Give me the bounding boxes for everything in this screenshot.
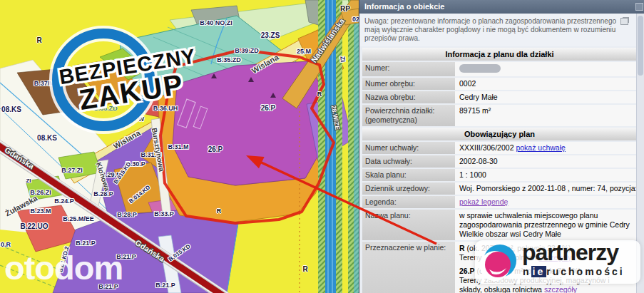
show-resolution-link[interactable]: pokaż uchwałę (516, 143, 565, 152)
panel-header: Informacja o obiekcie (359, 0, 644, 14)
row-label: Numer: (362, 62, 455, 76)
row-label: Numer obrębu: (362, 78, 455, 90)
row-label: Dziennik urzędowy: (362, 183, 455, 195)
row-label: Nazwa obrębu: (362, 91, 455, 103)
row-dziennik: Dziennik urzędowy: Woj. Pomorskiego z 20… (362, 183, 637, 195)
row-value: Woj. Pomorskiego z 2002-11-08 , numer: 7… (455, 183, 637, 195)
zoning-map[interactable]: RB.40 NO,ZI23.ZSB.39.ZDB.35.ZDB.35.ZDB.3… (0, 0, 359, 293)
partnerzy-wordmark: partnerzy (522, 240, 618, 266)
partnerzy-logo-icon (479, 242, 519, 282)
row-value: 0002 (455, 78, 637, 90)
page: { "colors": { "panel_header": "#5c6c82",… (0, 0, 644, 293)
popout-icon[interactable] (620, 18, 628, 25)
row-nazwa-obrebu: Nazwa obrębu: Cedry Małe (362, 91, 637, 103)
row-skala: Skala planu: 1 : 1000 (362, 169, 637, 181)
row-label: Przeznaczenie w planie: (362, 242, 455, 293)
row-value: pokaż legendę (455, 196, 637, 208)
disclaimer-text: Uwaga: prezentowane informacje o planach… (359, 14, 644, 46)
nieruchomosci-wordmark: nieruchomości (523, 266, 625, 277)
row-numer-obrebu: Numer obrębu: 0002 (362, 78, 637, 90)
row-nazwa-planu: Nazwa planu: w sprawie uchwalenia miejsc… (362, 210, 637, 240)
section-header-plot: Informacja z planu dla działki (362, 48, 637, 61)
row-value (455, 62, 637, 76)
show-legend-link[interactable]: pokaż legendę (459, 197, 508, 206)
row-label: Skala planu: (362, 169, 455, 181)
details-link[interactable]: szczegóły (544, 285, 577, 293)
section-header-plan: Obowiązujący plan (362, 128, 637, 140)
row-label: Legenda: (362, 196, 455, 208)
row-legenda: Legenda: pokaż legendę (362, 196, 637, 208)
scrollbar-thumb[interactable] (638, 16, 643, 76)
row-value: Cedry Małe (455, 91, 637, 103)
row-value: w sprawie uchwalenia miejscowego planu z… (455, 210, 637, 240)
row-data-uchwaly: Data uchwały: 2002-08-30 (362, 155, 637, 168)
row-numer: Numer: (362, 62, 637, 76)
row-value: 1 : 1000 (455, 169, 637, 181)
row-numer-uchwaly: Numer uchwały: XXXIII/306/2002 pokaż uch… (362, 142, 637, 154)
row-value: 2002-08-30 (455, 155, 637, 168)
row-label: Numer uchwały: (362, 142, 455, 154)
panel-title: Informacja o obiekcie (364, 2, 444, 11)
row-value: 89715 m² (455, 105, 637, 126)
panel-corner-icon[interactable] (635, 3, 643, 11)
partnerzy-logo: partnerzy nieruchomości (475, 240, 640, 284)
numer-value-redacted (459, 64, 501, 73)
row-powierzchnia: Powierzchnia działki: (geometryczna) 897… (362, 105, 637, 126)
zoning-map-graphics (0, 0, 359, 293)
row-label: Nazwa planu: (362, 210, 455, 240)
row-label: Powierzchnia działki: (geometryczna) (362, 105, 455, 126)
row-value: XXXIII/306/2002 pokaż uchwałę (455, 142, 637, 154)
row-label: Data uchwały: (362, 155, 455, 168)
